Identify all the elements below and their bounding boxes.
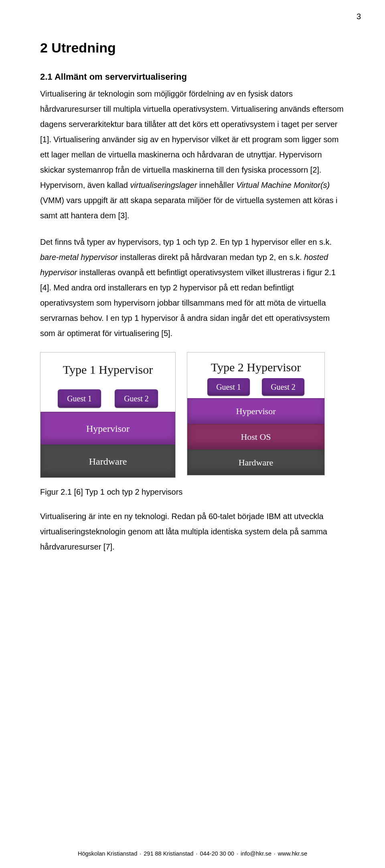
figure-type1-hardware-layer: Hardware — [41, 445, 175, 477]
page-number: 3 — [357, 12, 361, 21]
page-footer: Högskolan Kristianstad·291 88 Kristianst… — [0, 850, 385, 857]
figure-type1-guest-2: Guest 2 — [115, 389, 158, 408]
footer-separator-icon: · — [196, 850, 197, 857]
footer-separator-icon: · — [237, 850, 238, 857]
figure-type2-guest-2: Guest 2 — [262, 378, 304, 396]
footer-separator-icon: · — [140, 850, 141, 857]
figure-type2-hostos-layer: Host OS — [187, 424, 324, 449]
figure-type1-hypervisor: Type 1 Hypervisor Guest 1 Guest 2 Hyperv… — [40, 352, 176, 478]
paragraph-1-text-a: Virtualisering är teknologin som möjligg… — [40, 89, 344, 189]
figure-type1-title: Type 1 Hypervisor — [41, 352, 175, 387]
footer-web: www.hkr.se — [278, 850, 307, 857]
paragraph-1: Virtualisering är teknologin som möjligg… — [40, 86, 345, 223]
footer-org: Högskolan Kristianstad — [78, 850, 137, 857]
figure-type2-title: Type 2 Hypervisor — [187, 352, 324, 377]
paragraph-1-text-b: innehåller — [197, 181, 236, 189]
paragraph-1-italic-2: Virtual Machine Monitor(s) — [236, 181, 330, 189]
figure-type1-guest-row: Guest 1 Guest 2 — [41, 387, 175, 412]
paragraph-2-text-a: Det finns två typer av hypervisors, typ … — [40, 238, 332, 246]
heading-2: 2.1 Allmänt om servervirtualisering — [40, 72, 345, 82]
footer-address: 291 88 Kristianstad — [144, 850, 193, 857]
footer-separator-icon: · — [274, 850, 276, 857]
figure-row: Type 1 Hypervisor Guest 1 Guest 2 Hyperv… — [40, 352, 345, 478]
figure-type2-hypervisor: Type 2 Hypervisor Guest 1 Guest 2 Hyperv… — [187, 352, 325, 475]
footer-phone: 044-20 30 00 — [200, 850, 234, 857]
figure-type2-guest-1: Guest 1 — [207, 378, 250, 396]
footer-email: info@hkr.se — [241, 850, 272, 857]
figure-type1-guest-1: Guest 1 — [58, 389, 101, 408]
figure-type2-guest-row: Guest 1 Guest 2 — [187, 377, 324, 398]
heading-1: 2 Utredning — [40, 40, 345, 56]
figure-type1-hypervisor-layer: Hypervisor — [41, 412, 175, 445]
paragraph-2-text-b: installeras direkt på hårdvaran medan ty… — [118, 253, 304, 262]
figure-type2-hypervisor-layer: Hypervisor — [187, 398, 324, 424]
paragraph-1-text-c: (VMM) vars uppgift är att skapa separata… — [40, 196, 337, 220]
paragraph-2: Det finns två typer av hypervisors, typ … — [40, 234, 345, 341]
figure-caption: Figur 2.1 [6] Typ 1 och typ 2 hypervisor… — [40, 487, 345, 497]
document-page: 3 2 Utredning 2.1 Allmänt om servervirtu… — [0, 0, 385, 868]
paragraph-2-text-c: installeras ovanpå ett befintligt operat… — [40, 268, 336, 338]
paragraph-3: Virtualisering är inte en ny teknologi. … — [40, 509, 345, 554]
figure-type2-hardware-layer: Hardware — [187, 449, 324, 475]
paragraph-1-italic-1: virtualiseringslager — [130, 181, 197, 189]
paragraph-2-italic-1: bare-metal hypervisor — [40, 253, 118, 262]
